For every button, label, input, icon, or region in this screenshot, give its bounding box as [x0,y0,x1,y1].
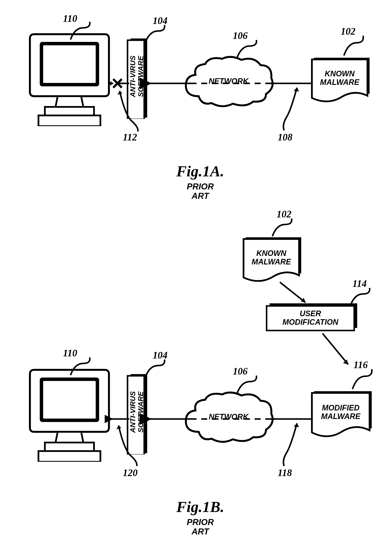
fig1b-sub: PRIORART [4,517,392,536]
leader-112 [116,89,144,134]
ref-108: 108 [278,131,292,143]
svg-rect-18 [45,443,94,451]
leader-106b [235,373,263,397]
leader-102a [342,33,370,59]
known-text-b2: MALWARE [252,257,291,266]
fig1a-title: Fig.1A. [4,162,392,180]
fig1a-sub: PRIORART [4,182,392,200]
known-text-b1: KNOWN [256,249,286,258]
svg-line-12 [280,282,305,302]
leader-104a [143,22,171,46]
diagram-canvas: 110 ANTI-VIRUS SOFTWARE 104 NETWORK 106 [4,4,392,540]
leader-108 [282,85,310,133]
svg-rect-1 [43,45,96,83]
leader-110a [68,19,96,43]
svg-rect-2 [45,107,94,115]
leader-102b [270,216,298,240]
known-malware-doc-a: KNOWN MALWARE [308,53,376,108]
known-text-a2: MALWARE [320,78,359,87]
known-text-a1: KNOWN [325,69,355,78]
leader-104b [143,357,171,380]
modified-l2: MALWARE [321,412,360,421]
leader-114 [348,285,376,309]
usermod-l1: USER [300,309,321,318]
leader-106a [235,37,263,61]
known-malware-doc-b: KNOWN MALWARE [239,233,308,287]
fig1b-title: Fig.1B. [4,498,392,516]
leader-120 [115,423,143,468]
svg-rect-3 [39,115,100,126]
svg-rect-19 [39,451,100,462]
leader-110b [68,355,96,378]
usermod-l2: MODIFICATION [282,318,338,326]
leader-116 [350,367,378,392]
ref-120: 120 [123,467,137,478]
leader-118 [282,421,310,468]
usermod-box: USER MODIFICATION [265,302,359,333]
arrow-usermod-modified [318,331,357,370]
modified-malware-doc: MODIFIED MALWARE [308,387,378,443]
ref-118: 118 [278,467,292,478]
svg-rect-17 [43,381,96,419]
modified-l1: MODIFIED [322,403,359,412]
svg-line-15 [323,334,348,365]
